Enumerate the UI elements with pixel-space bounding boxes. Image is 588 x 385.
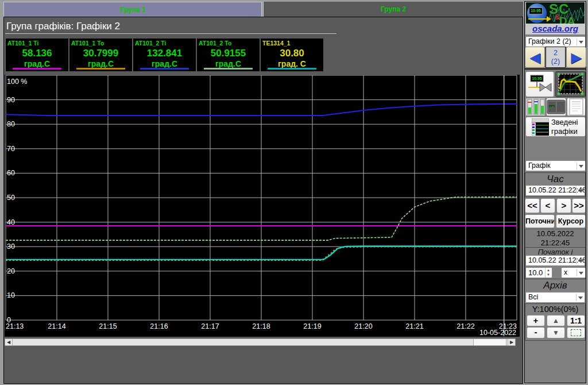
next-page-button[interactable]: ▶ — [566, 47, 586, 68]
range-start-combo[interactable]: 10.05.22 21:12:46 — [525, 255, 585, 266]
zoom-region-button[interactable] — [567, 327, 585, 338]
depth-unit-value: х — [564, 268, 567, 276]
cursor-time: 21:22:45 — [525, 238, 585, 248]
separator — [525, 68, 586, 70]
overview-view-button[interactable]: 0.00 — [546, 98, 566, 116]
value-box-at101-1-to[interactable]: AT101_1 To 30.7999 град.С — [69, 38, 132, 71]
mini-display: 10.95 — [529, 7, 543, 14]
value-box-at101-2-to[interactable]: AT101_2 To 50.9155 град.С — [197, 38, 260, 71]
document-view-button[interactable] — [567, 98, 586, 116]
mnemo-view-button[interactable]: 10.95 — [525, 71, 554, 97]
y-tick-label: 70 — [7, 145, 15, 153]
chevron-down-icon — [579, 272, 583, 275]
y-tick-label: 50 — [7, 194, 15, 202]
chevron-down-icon — [578, 190, 583, 192]
zoom-in-button[interactable]: + — [527, 315, 545, 326]
fast-back-button[interactable]: << — [525, 198, 540, 213]
page-indicator: 2 (2) — [546, 47, 566, 68]
control-panel: 10.95 SC & DA oscada.org Графіки 2 (2) ◀… — [524, 1, 586, 383]
chevron-down-icon — [578, 260, 583, 263]
x-tick-label: 21:13 — [6, 322, 24, 330]
time-combo[interactable]: 10.05.22 21:22:46 — [525, 185, 585, 196]
item-select-combo[interactable]: Графік — [525, 160, 586, 171]
tab-group-1-label: Група 1 — [120, 6, 145, 14]
trend-chart[interactable]: 100 %908070605040302010021:1321:1421:152… — [5, 75, 520, 337]
svg-text:10.95: 10.95 — [532, 76, 542, 80]
trace-color-bar — [13, 68, 61, 70]
tag-label: AT101_1 To — [71, 40, 104, 47]
zoom-out-button[interactable]: - — [527, 327, 545, 338]
value-box-at101-2-ti[interactable]: AT101_2 Ti 132.841 град.С — [133, 38, 196, 71]
prev-page-button[interactable]: ◀ — [525, 47, 545, 68]
gauges-view-button[interactable] — [525, 98, 546, 116]
y-tick-label: 80 — [7, 120, 15, 128]
scroll-right-icon[interactable]: ▶ — [508, 339, 515, 345]
y-tick-label: 20 — [7, 267, 15, 275]
forward-button[interactable]: > — [556, 198, 571, 213]
group-select-value: Графіки 2 (2) — [528, 37, 571, 45]
trend-group-panel: Група графіків: Графіки 2 AT101_1 Ti 58.… — [3, 17, 523, 384]
y-tick-label: 60 — [7, 169, 15, 177]
shift-down-button[interactable]: ▼ — [547, 327, 565, 338]
tab-group-1[interactable]: Група 1 — [3, 2, 262, 17]
cursor-date: 10.05.2022 — [525, 229, 585, 238]
x-tick-label: 21:17 — [201, 322, 219, 330]
x-tick-label: 21:20 — [354, 322, 372, 330]
page-title: Група графіків: Графіки 2 — [6, 21, 120, 32]
zoom-region-icon — [571, 329, 581, 336]
site-bar: oscada.org — [526, 24, 585, 34]
summary-graphs-icon — [532, 118, 549, 136]
summary-label-line2: графіки — [551, 127, 578, 136]
chart-scrollbar[interactable]: ◀ ▶ — [5, 338, 516, 346]
current-time-button[interactable]: Поточний — [525, 214, 555, 228]
cursor-button[interactable]: Курсор — [556, 214, 586, 228]
tag-label: AT101_1 Ti — [7, 40, 38, 47]
one-to-one-button[interactable]: 1:1 — [567, 315, 585, 326]
page-current: 2 — [546, 49, 565, 57]
item-select-value: Графік — [528, 161, 551, 170]
tag-unit: град. С — [261, 59, 323, 68]
document-icon — [567, 98, 585, 116]
x-tick-label: 21:19 — [303, 322, 321, 330]
fast-forward-button[interactable]: >> — [572, 198, 586, 213]
summary-graphs-button[interactable]: Зведені графіки — [525, 117, 586, 137]
x-tick-label: 21:18 — [252, 322, 270, 330]
time-combo-value: 10.05.22 21:22:46 — [528, 186, 585, 194]
tab-group-2-label: Група 2 — [381, 5, 406, 13]
depth-spinbox[interactable]: 10.0 ▲▼ — [525, 267, 552, 278]
archive-section-title: Архів — [525, 280, 586, 291]
scroll-left-icon[interactable]: ◀ — [5, 339, 13, 345]
back-button[interactable]: < — [540, 198, 555, 213]
range-start-value: 10.05.22 21:12:46 — [528, 256, 585, 264]
archive-combo[interactable]: Всі — [525, 292, 585, 303]
oscada-logo[interactable]: 10.95 SC & DA oscada.org — [525, 2, 585, 34]
tag-value: 30.80 — [261, 48, 323, 59]
tab-group-2[interactable]: Група 2 — [263, 2, 523, 17]
tag-value: 30.7999 — [69, 48, 132, 59]
svg-text:0.00: 0.00 — [550, 105, 555, 108]
summary-label-line1: Зведені — [551, 118, 578, 127]
trace-color-bar — [268, 68, 316, 70]
depth-unit-combo[interactable]: х — [561, 267, 586, 278]
tag-unit: град.С — [6, 59, 68, 68]
y-scale-label: Y:100%(0%) — [525, 305, 586, 314]
shift-up-button[interactable]: ▲ — [547, 315, 565, 326]
value-box-te1314-1[interactable]: TE1314_1 30.80 град. С — [261, 38, 323, 71]
spinner-arrows-icon[interactable]: ▲▼ — [545, 268, 551, 278]
graphs-view-button-selected[interactable] — [555, 71, 586, 97]
x-tick-label: 21:14 — [48, 322, 65, 330]
scrollbar-thumb[interactable] — [473, 339, 506, 345]
oscada-link[interactable]: oscada.org — [532, 24, 578, 33]
x-tick-label: 21:16 — [150, 322, 168, 330]
x-tick-label: 21:15 — [99, 322, 117, 330]
group-select-combo[interactable]: Графіки 2 (2) — [525, 36, 586, 47]
flow-line — [528, 18, 548, 20]
value-box-at101-1-ti[interactable]: AT101_1 Ti 58.136 град.С — [6, 38, 68, 71]
chevron-down-icon — [578, 297, 583, 299]
chevron-down-icon — [579, 41, 583, 44]
tag-label: TE1314_1 — [262, 40, 290, 47]
prev-arrow-icon: ◀ — [525, 47, 544, 67]
overview-icon: 0.00 — [547, 98, 566, 116]
chevron-down-icon — [579, 165, 583, 168]
title-underline — [5, 33, 336, 34]
